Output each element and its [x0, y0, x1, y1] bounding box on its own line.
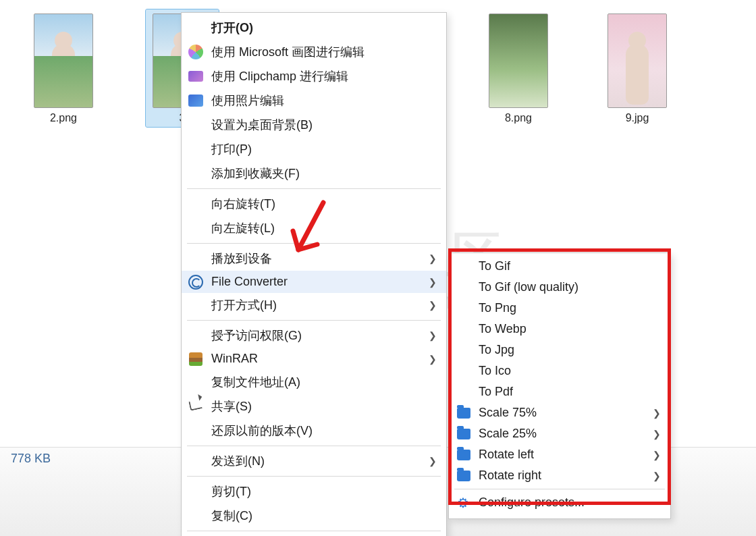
- file-item[interactable]: 9.jpg: [601, 9, 674, 127]
- folder-icon: [457, 408, 470, 419]
- submenu-to-jpg[interactable]: To Jpg: [449, 340, 670, 360]
- menu-clipchamp-edit[interactable]: 使用 Clipchamp 进行编辑: [182, 64, 446, 88]
- menu-separator: [187, 531, 441, 531]
- menu-separator: [187, 188, 441, 189]
- paint-icon: [188, 45, 203, 59]
- menu-copy-path[interactable]: 复制文件地址(A): [182, 370, 446, 394]
- menu-separator: [454, 489, 665, 489]
- submenu-to-png[interactable]: To Png: [449, 298, 670, 319]
- chevron-right-icon: ❯: [429, 330, 437, 341]
- winrar-icon: [188, 352, 203, 367]
- submenu-scale-25[interactable]: Scale 25%❯: [449, 423, 670, 444]
- submenu-to-webp[interactable]: To Webp: [449, 319, 670, 340]
- submenu-to-ico[interactable]: To Ico: [449, 360, 670, 381]
- submenu-to-pdf[interactable]: To Pdf: [449, 381, 670, 402]
- gear-icon: ⚙: [456, 495, 470, 510]
- menu-cut[interactable]: 剪切(T): [182, 479, 446, 504]
- file-converter-icon: [188, 275, 203, 290]
- menu-add-favorite[interactable]: 添加到收藏夹(F): [182, 161, 446, 186]
- menu-open[interactable]: 打开(O): [182, 16, 446, 40]
- menu-rotate-right[interactable]: 向右旋转(T): [182, 192, 446, 216]
- file-item[interactable]: 2.png: [27, 9, 100, 127]
- file-label: 8.png: [505, 112, 532, 124]
- menu-open-with[interactable]: 打开方式(H)❯: [182, 293, 446, 317]
- menu-restore-versions[interactable]: 还原以前的版本(V): [182, 419, 446, 443]
- chevron-right-icon: ❯: [653, 471, 661, 481]
- file-thumbnail: [34, 14, 93, 108]
- chevron-right-icon: ❯: [653, 450, 661, 460]
- menu-print[interactable]: 打印(P): [182, 137, 446, 161]
- file-label: 9.jpg: [626, 112, 649, 124]
- submenu-rotate-left[interactable]: Rotate left❯: [449, 444, 670, 465]
- chevron-right-icon: ❯: [429, 456, 437, 466]
- share-icon: [188, 399, 203, 414]
- menu-grant-access[interactable]: 授予访问权限(G)❯: [182, 323, 446, 348]
- clipchamp-icon: [188, 69, 203, 84]
- file-thumbnail: [489, 14, 548, 108]
- chevron-right-icon: ❯: [429, 277, 437, 288]
- menu-send-to[interactable]: 发送到(N)❯: [182, 449, 446, 473]
- chevron-right-icon: ❯: [653, 408, 661, 419]
- context-menu: 打开(O) 使用 Microsoft 画图进行编辑 使用 Clipchamp 进…: [181, 12, 447, 536]
- chevron-right-icon: ❯: [429, 300, 437, 311]
- menu-set-wallpaper[interactable]: 设置为桌面背景(B): [182, 113, 446, 137]
- photos-icon: [188, 93, 203, 108]
- file-item[interactable]: 8.png: [482, 9, 555, 127]
- folder-icon: [457, 429, 470, 439]
- status-size: 778 KB: [11, 452, 51, 465]
- menu-file-converter[interactable]: File Converter❯: [182, 271, 446, 293]
- chevron-right-icon: ❯: [429, 253, 437, 264]
- menu-photo-edit[interactable]: 使用照片编辑: [182, 88, 446, 113]
- menu-winrar[interactable]: WinRAR❯: [182, 348, 446, 370]
- file-label: 2.png: [50, 112, 77, 124]
- file-thumbnail: [608, 14, 667, 108]
- chevron-right-icon: ❯: [653, 429, 661, 439]
- menu-share[interactable]: 共享(S): [182, 394, 446, 419]
- menu-separator: [187, 446, 441, 446]
- menu-separator: [187, 243, 441, 244]
- menu-paint-edit[interactable]: 使用 Microsoft 画图进行编辑: [182, 40, 446, 64]
- submenu-rotate-right[interactable]: Rotate right❯: [449, 465, 670, 486]
- submenu-to-gif-low[interactable]: To Gif (low quality): [449, 277, 670, 298]
- menu-rotate-left[interactable]: 向左旋转(L): [182, 216, 446, 240]
- menu-cast-to-device[interactable]: 播放到设备❯: [182, 246, 446, 271]
- submenu-scale-75[interactable]: Scale 75%❯: [449, 402, 670, 423]
- submenu-to-gif[interactable]: To Gif: [449, 256, 670, 277]
- submenu-configure-presets[interactable]: ⚙ Configure presets...: [449, 492, 670, 513]
- menu-separator: [187, 476, 441, 477]
- folder-icon: [457, 450, 470, 460]
- folder-icon: [457, 471, 470, 481]
- chevron-right-icon: ❯: [429, 354, 437, 365]
- file-converter-submenu: To Gif To Gif (low quality) To Png To We…: [448, 252, 671, 519]
- menu-copy[interactable]: 复制(C): [182, 504, 446, 528]
- menu-separator: [187, 320, 441, 321]
